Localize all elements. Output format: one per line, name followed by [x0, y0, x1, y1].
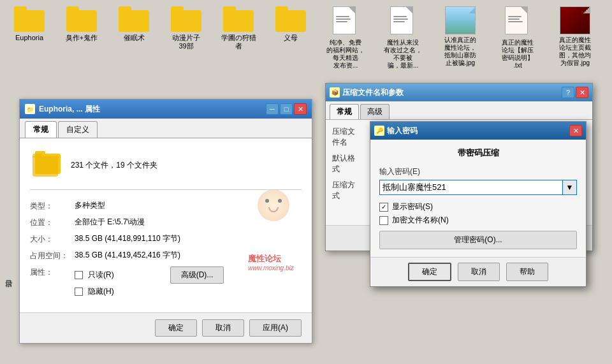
- props-cancel-btn[interactable]: 取消: [202, 319, 244, 337]
- method-label: 压缩方式: [332, 180, 370, 201]
- type-value: 多种类型: [75, 200, 302, 211]
- pwd-footer: 确定 取消 帮助: [370, 257, 586, 286]
- compress-titlebar: 📦 压缩文件名和参数 ? ✕: [326, 84, 592, 101]
- props-titlebar-icon: 📁: [25, 104, 35, 114]
- pwd-input-wrap: ▼: [379, 180, 577, 195]
- pwd-ok-btn[interactable]: 确定: [408, 263, 451, 281]
- file-label-doc2: 魔性从来没有改过之名，不要被骗，最新...: [384, 39, 422, 69]
- readonly-checkbox[interactable]: [75, 271, 83, 279]
- password-dialog: 🔑 输入密码 ✕ 带密码压缩 输入密码(E) ▼ 显示密码(S) 加密文件名: [370, 121, 586, 287]
- compress-title-icon: 📦: [330, 87, 340, 98]
- file-label-jpg1: 认准真正的魔性论坛，抵制山寨防止被骗.jpg: [444, 36, 476, 67]
- compress-close-btn[interactable]: ✕: [576, 87, 588, 98]
- show-pwd-checkbox[interactable]: [379, 203, 388, 212]
- file-icon-jpg2[interactable]: 真正的魔性论坛主页截图，其他均为假冒.jpg: [550, 6, 601, 67]
- file-label-doc1: 纯净、免费的福利网站，每天精选发布资...: [326, 39, 365, 69]
- props-titlebar: 📁 Euphoria, ... 属性 ─ □ ✕: [20, 99, 312, 119]
- compress-minimize-btn[interactable]: ?: [562, 87, 574, 98]
- compress-tab-advanced[interactable]: 高级: [360, 104, 390, 119]
- advanced-btn[interactable]: 高级(D)...: [170, 266, 224, 284]
- format-label: 默认格式: [332, 153, 370, 175]
- file-label-euphoria: Euphoria: [15, 34, 43, 42]
- location-label: 位置：: [30, 217, 75, 228]
- info-row-attr: 属性： 只读(R) 高级(D)... 隐藏(H): [30, 266, 302, 297]
- used-label: 占用空间：: [30, 250, 75, 261]
- file-label-folder2: 臭作+鬼作: [66, 34, 98, 42]
- pwd-help-btn[interactable]: 帮助: [506, 263, 548, 281]
- props-ok-btn[interactable]: 确定: [155, 319, 197, 337]
- file-label-folder4: 动漫片子39部: [172, 34, 200, 50]
- compress-tab-general[interactable]: 常规: [330, 104, 359, 119]
- file-label-folder3: 催眠术: [124, 34, 145, 42]
- file-icon-folder4[interactable]: 动漫片子39部: [163, 6, 209, 50]
- show-pwd-row: 显示密码(S): [379, 201, 577, 212]
- compress-title-text: 压缩文件名和参数: [342, 87, 404, 98]
- file-icon-folder3[interactable]: 催眠术: [111, 6, 157, 42]
- props-content: 231 个文件，19 个文件夹 类型： 多种类型 位置： 全部位于 E:\5.7…: [20, 138, 312, 312]
- pwd-content: 带密码压缩 输入密码(E) ▼ 显示密码(S) 加密文件名称(N) 管理密码(O…: [370, 140, 586, 257]
- info-row-type: 类型： 多种类型: [30, 200, 302, 212]
- props-maximize-btn[interactable]: □: [280, 103, 293, 115]
- encrypt-filenames-checkbox[interactable]: [379, 216, 388, 225]
- attr-label: 属性：: [30, 266, 75, 278]
- desktop: Euphoria 臭作+鬼作 催眠术 动漫片子39部: [0, 0, 612, 364]
- props-minimize-btn[interactable]: ─: [266, 103, 279, 115]
- encrypt-filenames-label: 加密文件名称(N): [392, 215, 449, 226]
- file-icon-folder6[interactable]: 义母: [268, 6, 314, 42]
- show-pwd-label: 显示密码(S): [392, 201, 433, 212]
- file-icons-row: Euphoria 臭作+鬼作 催眠术 动漫片子39部: [0, 0, 612, 69]
- compress-file-label: 压缩文件名: [332, 126, 370, 148]
- info-row-used: 占用空间： 38.5 GB (41,419,452,416 字节): [30, 250, 302, 261]
- tab-custom[interactable]: 自定义: [58, 121, 98, 138]
- location-value: 全部位于 E:\5.7\动漫: [75, 217, 302, 228]
- pwd-label: 输入密码(E): [379, 166, 577, 177]
- type-label: 类型：: [30, 200, 75, 212]
- file-label-jpg2: 真正的魔性论坛主页截图，其他均为假冒.jpg: [559, 36, 591, 67]
- tab-general[interactable]: 常规: [25, 121, 57, 138]
- file-count-text: 231 个文件，19 个文件夹: [71, 160, 157, 171]
- compress-window-controls: ? ✕: [562, 87, 588, 98]
- info-rows: 类型： 多种类型 位置： 全部位于 E:\5.7\动漫 大小： 38.5 GB …: [30, 200, 302, 297]
- file-label-folder5: 学圃の狩猎者: [221, 34, 256, 50]
- compress-tabs: 常规 高级: [326, 101, 592, 120]
- props-window-controls: ─ □ ✕: [266, 103, 307, 115]
- pwd-titlebar-icon: 🔑: [374, 126, 384, 136]
- file-icon-jpg1[interactable]: 认准真正的魔性论坛，抵制山寨防止被骗.jpg: [435, 6, 486, 67]
- props-title-text: Euphoria, ... 属性: [39, 104, 100, 115]
- props-titlebar-title: 📁 Euphoria, ... 属性: [25, 104, 100, 115]
- file-info-header: 231 个文件，19 个文件夹: [30, 149, 302, 190]
- pwd-titlebar: 🔑 输入密码 ✕: [370, 122, 586, 140]
- file-icon-folder2[interactable]: 臭作+鬼作: [59, 6, 105, 42]
- file-icon-euphoria[interactable]: Euphoria: [6, 6, 52, 42]
- info-row-location: 位置： 全部位于 E:\5.7\动漫: [30, 217, 302, 228]
- file-icon-doc1[interactable]: 纯净、免费的福利网站，每天精选发布资...: [320, 6, 371, 69]
- readonly-label: 只读(R): [88, 270, 114, 280]
- svg-text:📁: 📁: [27, 106, 34, 113]
- encrypt-filenames-row: 加密文件名称(N): [379, 215, 577, 226]
- manage-pwd-btn[interactable]: 管理密码(O)...: [379, 231, 577, 249]
- pwd-input-dropdown[interactable]: ▼: [563, 180, 577, 195]
- pwd-close-btn[interactable]: ✕: [569, 125, 582, 136]
- size-label: 大小：: [30, 233, 75, 245]
- hidden-checkbox[interactable]: [75, 288, 83, 296]
- size-value: 38.5 GB (41,418,991,110 字节): [75, 233, 302, 244]
- pwd-cancel-btn[interactable]: 取消: [458, 263, 500, 281]
- hidden-label: 隐藏(H): [88, 286, 114, 297]
- file-icon-txt[interactable]: 真正的魔性论坛【解压密码说明】.txt: [492, 6, 543, 69]
- used-value: 38.5 GB (41,419,452,416 字节): [75, 250, 302, 261]
- file-label-folder6: 义母: [284, 34, 298, 42]
- pwd-input[interactable]: [379, 180, 563, 195]
- file-label-txt: 真正的魔性论坛【解压密码说明】.txt: [502, 39, 534, 69]
- info-row-size: 大小： 38.5 GB (41,418,991,110 字节): [30, 233, 302, 245]
- properties-window: 📁 Euphoria, ... 属性 ─ □ ✕ 常规 自定义: [19, 99, 312, 344]
- props-tabs: 常规 自定义: [20, 119, 312, 138]
- props-footer: 确定 取消 应用(A): [20, 312, 312, 343]
- pwd-title-text: 输入密码: [387, 126, 418, 136]
- pwd-heading: 带密码压缩: [379, 147, 577, 159]
- file-icon-doc2[interactable]: 魔性从来没有改过之名，不要被骗，最新...: [377, 6, 428, 69]
- props-close-btn[interactable]: ✕: [294, 103, 307, 115]
- props-apply-btn[interactable]: 应用(A): [249, 319, 302, 337]
- file-icon-folder5[interactable]: 学圃の狩猎者: [215, 6, 261, 50]
